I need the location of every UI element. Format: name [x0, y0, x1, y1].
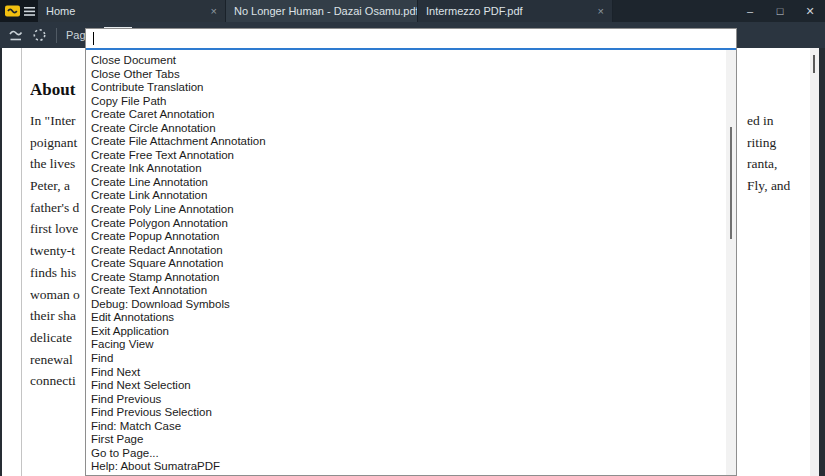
document-text-line: In "Inter [30, 110, 86, 132]
document-text-line: renewal [30, 349, 86, 371]
command-item[interactable]: Create Polygon Annotation [86, 217, 726, 231]
command-item[interactable]: Create Popup Annotation [86, 230, 726, 244]
command-item[interactable]: Close Document [86, 54, 726, 68]
text-caret [93, 32, 94, 45]
tab-close-icon[interactable]: × [205, 5, 217, 17]
command-item[interactable]: Find Next [86, 366, 726, 380]
command-item[interactable]: Facing View [86, 338, 726, 352]
command-item[interactable]: Contribute Translation [86, 81, 726, 95]
toolbar-separator [56, 28, 57, 43]
command-list: Close DocumentClose Other TabsContribute… [86, 50, 726, 475]
document-text-line: father's d [30, 197, 86, 219]
document-text-line: woman o [30, 284, 86, 306]
command-item[interactable]: Find Previous Selection [86, 406, 726, 420]
window-controls: – □ ✕ [735, 0, 825, 22]
command-item[interactable]: Create Line Annotation [86, 176, 726, 190]
scroll-view-icon[interactable] [8, 29, 23, 42]
close-window-button[interactable]: ✕ [795, 0, 825, 22]
titlebar: Home×No Longer Human - Dazai Osamu.pdf×I… [0, 0, 825, 22]
command-item[interactable]: Create Poly Line Annotation [86, 203, 726, 217]
command-item[interactable]: Find: Match Case [86, 420, 726, 434]
document-text-line: Peter, a [30, 175, 86, 197]
command-item[interactable]: Find Previous [86, 393, 726, 407]
tab-home[interactable]: Home× [38, 0, 226, 22]
document-right-column: ed inritingranta,Fly, and [747, 110, 809, 197]
command-item[interactable]: Create Square Annotation [86, 257, 726, 271]
page-edge-line [21, 48, 22, 476]
tab-bar: Home×No Longer Human - Dazai Osamu.pdf×I… [38, 0, 613, 22]
command-list-scrollbar[interactable] [726, 50, 736, 475]
fit-page-icon[interactable] [32, 28, 47, 42]
document-text-line: finds his [30, 262, 86, 284]
command-item[interactable]: Help: About SumatraPDF [86, 460, 726, 474]
document-heading: About [30, 80, 86, 100]
command-palette-input[interactable] [86, 29, 736, 50]
document-text-line: riting [747, 132, 809, 154]
command-item[interactable]: Create Text Annotation [86, 284, 726, 298]
command-item[interactable]: Create Free Text Annotation [86, 149, 726, 163]
command-item[interactable]: Debug: Download Symbols [86, 298, 726, 312]
document-scrollbar-thumb[interactable] [813, 55, 815, 73]
tab-document[interactable]: No Longer Human - Dazai Osamu.pdf× [226, 0, 418, 22]
command-item[interactable]: Create Ink Annotation [86, 162, 726, 176]
command-item[interactable]: Copy File Path [86, 95, 726, 109]
tab-label: Intermezzo PDF.pdf [426, 5, 523, 17]
command-item[interactable]: Find [86, 352, 726, 366]
tab-label: Home [46, 5, 75, 17]
command-item[interactable]: Help: Manual [86, 474, 726, 475]
menu-hamburger-icon[interactable] [24, 7, 35, 16]
document-text-line: poignant [30, 132, 86, 154]
command-item[interactable]: First Page [86, 433, 726, 447]
document-text-line: their sha [30, 305, 86, 327]
command-item[interactable]: Close Other Tabs [86, 68, 726, 82]
document-text-line: ed in [747, 110, 809, 132]
document-text-line: the lives [30, 153, 86, 175]
document-text-line: ranta, [747, 153, 809, 175]
command-item[interactable]: Create Link Annotation [86, 189, 726, 203]
document-text-line: connecti [30, 370, 86, 392]
document-scrollbar[interactable] [810, 48, 819, 476]
command-palette: Close DocumentClose Other TabsContribute… [85, 28, 737, 476]
sumatrapdf-window: Home×No Longer Human - Dazai Osamu.pdf×I… [0, 0, 825, 476]
command-item[interactable]: Find Next Selection [86, 379, 726, 393]
command-item[interactable]: Create Caret Annotation [86, 108, 726, 122]
command-item[interactable]: Exit Application [86, 325, 726, 339]
tab-label: No Longer Human - Dazai Osamu.pdf [234, 5, 418, 17]
command-item[interactable]: Edit Annotations [86, 311, 726, 325]
document-text-line: Fly, and [747, 175, 809, 197]
document-text-line: first love [30, 218, 86, 240]
command-item[interactable]: Create Redact Annotation [86, 244, 726, 258]
sumatrapdf-logo-icon [5, 5, 20, 17]
document-left-column: In "Interpoignantthe livesPeter, afather… [30, 110, 86, 392]
minimize-button[interactable]: – [735, 0, 765, 22]
document-text-line: delicate [30, 327, 86, 349]
titlebar-logo-area [0, 0, 38, 22]
command-item[interactable]: Go to Page... [86, 447, 726, 461]
maximize-button[interactable]: □ [765, 0, 795, 22]
document-text-line: twenty-t [30, 240, 86, 262]
command-list-scrollbar-thumb[interactable] [730, 127, 732, 239]
command-item[interactable]: Create Stamp Annotation [86, 271, 726, 285]
command-item[interactable]: Create Circle Annotation [86, 122, 726, 136]
tab-document[interactable]: Intermezzo PDF.pdf× [418, 0, 613, 22]
command-item[interactable]: Create File Attachment Annotation [86, 135, 726, 149]
tab-close-icon[interactable]: × [592, 5, 604, 17]
